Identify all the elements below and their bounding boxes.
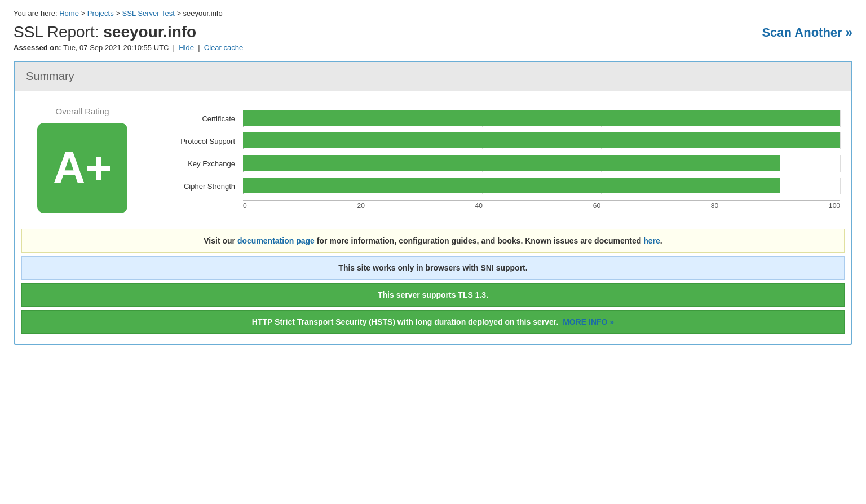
chart-bar-row: Protocol Support [161,132,840,149]
documentation-link[interactable]: documentation page [237,236,315,245]
axis-tick-label: 60 [593,202,600,210]
axis-tick-label: 20 [357,202,364,210]
overall-rating-label: Overall Rating [55,107,109,116]
notice-sni: This site works only in browsers with SN… [21,256,845,280]
bar-track [243,132,840,149]
grid-line [840,178,841,194]
breadcrumb-projects[interactable]: Projects [87,9,114,17]
breadcrumb-current: seeyour.info [183,9,223,17]
grid-line [840,132,841,149]
title-area: SSL Report: seeyour.info Assessed on: Tu… [14,23,243,61]
bar-fill [243,178,780,193]
breadcrumb: You are here: Home > Projects > SSL Serv… [14,9,852,17]
bar-label: Protocol Support [161,137,243,145]
x-axis: 020406080100 [243,200,840,210]
axis-tick-label: 0 [243,202,247,210]
bar-track-container [243,178,840,194]
clear-cache-link[interactable]: Clear cache [204,43,243,52]
summary-header: Summary [15,62,851,91]
breadcrumb-ssl-server-test[interactable]: SSL Server Test [122,9,175,17]
scan-another-button[interactable]: Scan Another » [762,25,852,40]
axis-tick-label: 40 [475,202,483,210]
chart-wrapper: CertificateProtocol SupportKey ExchangeC… [161,110,840,210]
notice-tls: This server supports TLS 1.3. [21,283,845,307]
bar-fill [243,110,840,126]
page-header: SSL Report: seeyour.info Assessed on: Tu… [14,23,852,61]
bar-fill [243,132,840,148]
chart-bar-row: Cipher Strength [161,178,840,194]
bar-track-container [243,132,840,149]
bar-track [243,178,840,194]
bar-track-container [243,110,840,127]
summary-box: Summary Overall Rating A+ CertificatePro… [14,61,852,345]
bar-track [243,110,840,127]
breadcrumb-home[interactable]: Home [59,9,79,17]
summary-content: Overall Rating A+ CertificateProtocol Su… [15,91,851,229]
rating-section: Overall Rating A+ [26,107,139,213]
bar-label: Cipher Strength [161,182,243,191]
bar-track [243,155,840,172]
chart-bar-row: Certificate [161,110,840,127]
chart-bar-row: Key Exchange [161,155,840,172]
bar-label: Key Exchange [161,160,243,168]
notice-hsts: HTTP Strict Transport Security (HSTS) wi… [21,310,845,334]
known-issues-link[interactable]: here [643,236,660,245]
grid-line [840,110,841,127]
notice-documentation: Visit our documentation page for more in… [21,229,845,253]
assessed-on: Assessed on: Tue, 07 Sep 2021 20:10:55 U… [14,43,243,52]
chart-section: CertificateProtocol SupportKey ExchangeC… [161,104,840,215]
page-title: SSL Report: seeyour.info [14,23,243,41]
breadcrumb-prefix: You are here: [14,9,59,17]
hide-link[interactable]: Hide [179,43,194,52]
hsts-more-info-link[interactable]: MORE INFO » [563,317,614,326]
axis-tick-label: 100 [829,202,840,210]
grade-badge: A+ [37,123,127,213]
notices-wrapper: Visit our documentation page for more in… [15,229,851,344]
axis-tick-label: 80 [711,202,718,210]
bar-track-container [243,155,840,172]
grid-line [840,155,841,172]
bar-label: Certificate [161,114,243,123]
bar-fill [243,155,780,171]
